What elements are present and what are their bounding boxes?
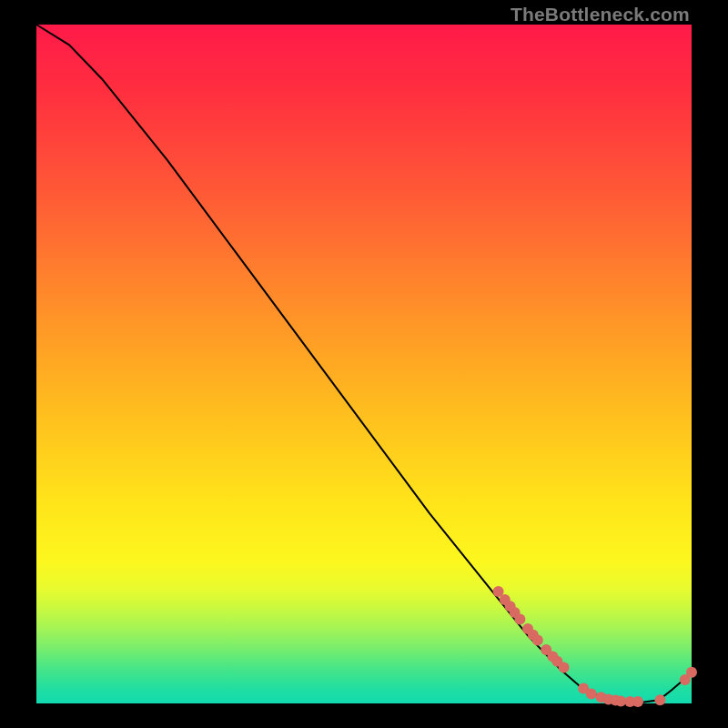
watermark-text: TheBottleneck.com bbox=[511, 4, 690, 25]
data-point bbox=[532, 635, 543, 646]
plot-area bbox=[36, 25, 692, 703]
curve-markers bbox=[493, 586, 697, 707]
data-point bbox=[632, 696, 643, 707]
data-point bbox=[514, 614, 525, 625]
data-point bbox=[559, 662, 570, 673]
curve-line bbox=[36, 25, 692, 703]
data-point bbox=[686, 667, 697, 678]
chart-frame: TheBottleneck.com bbox=[0, 0, 728, 728]
data-point bbox=[654, 694, 665, 705]
chart-svg bbox=[36, 25, 692, 703]
data-point bbox=[586, 689, 597, 700]
